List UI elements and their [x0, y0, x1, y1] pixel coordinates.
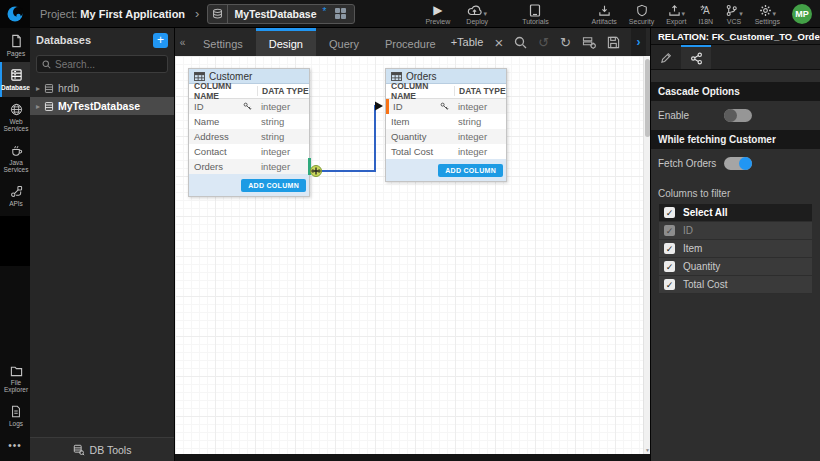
relation-drag-handle[interactable] — [311, 166, 322, 177]
table-row[interactable]: Contact integer — [189, 144, 309, 159]
table-row[interactable]: Quantity integer — [386, 129, 506, 144]
enable-toggle[interactable] — [724, 109, 752, 122]
project-name[interactable]: My First Application — [80, 8, 185, 20]
expand-panel-icon[interactable]: › — [631, 28, 646, 56]
tab-edit-column[interactable] — [651, 45, 681, 69]
security-button[interactable]: Security — [629, 3, 654, 25]
table-icon — [194, 72, 205, 81]
table-row-orders-fk-source[interactable]: Orders integer — [189, 159, 309, 174]
wavemaker-logo-icon — [6, 5, 24, 23]
db-tools-label: DB Tools — [90, 444, 132, 456]
vcs-button[interactable]: ▾ VCS — [725, 3, 743, 25]
checkbox[interactable] — [664, 207, 675, 218]
artifacts-button[interactable]: Artifacts — [592, 3, 617, 25]
chevron-down-icon: ▾ — [483, 10, 487, 17]
sidebar-item-pages[interactable]: Pages — [0, 28, 30, 62]
designer-tab-bar: « Settings Design Query Procedure +Table… — [175, 28, 650, 56]
tree-item-mytestdatabase[interactable]: ▸ MyTestDatabase — [30, 97, 174, 115]
option-id[interactable]: ID — [659, 222, 812, 240]
table-row[interactable]: Total Cost integer — [386, 144, 506, 159]
chevron-right-icon[interactable]: ▸ — [36, 84, 40, 93]
top-bar: Project: My First Application › MyTestDa… — [0, 0, 820, 28]
tab-relation[interactable] — [681, 45, 711, 69]
add-column-button[interactable]: ADD COLUMN — [438, 164, 503, 177]
grid-view-icon[interactable] — [330, 4, 350, 24]
add-column-button[interactable]: ADD COLUMN — [241, 179, 306, 192]
databases-panel: Databases + ▸ hrdb ▸ MyTestDatabase — [30, 28, 175, 461]
schema-canvas[interactable]: Customer COLUMN NAME DATA TYPE ID intege… — [175, 56, 650, 454]
checkbox[interactable] — [664, 279, 675, 290]
table-footer: ADD COLUMN — [189, 174, 309, 196]
project-label: Project: — [40, 8, 77, 20]
sidebar-item-databases[interactable]: Databases — [0, 62, 30, 96]
table-name: Customer — [209, 71, 252, 82]
chevron-right-icon[interactable]: ▸ — [36, 102, 40, 111]
database-search[interactable] — [36, 55, 168, 73]
sidebar-item-apis[interactable]: APIs — [0, 179, 30, 212]
fetch-orders-label: Fetch Orders — [658, 158, 724, 169]
pencil-icon — [660, 52, 672, 64]
deploy-button[interactable]: ▾ Deploy — [466, 3, 488, 25]
preview-button[interactable]: ▶ Preview — [425, 3, 450, 25]
fetch-orders-toggle[interactable] — [724, 157, 752, 170]
sidebar-item-java-services[interactable]: Java Services — [0, 138, 30, 179]
coffee-icon — [10, 144, 23, 157]
key-icon — [440, 102, 449, 111]
option-item[interactable]: Item — [659, 240, 812, 258]
enable-row: Enable — [651, 101, 820, 130]
tab-design[interactable]: Design — [256, 28, 316, 56]
entity-table-orders[interactable]: Orders COLUMN NAME DATA TYPE ID integer … — [385, 68, 507, 182]
databases-panel-header: Databases + — [30, 28, 174, 52]
sidebar-item-file-explorer[interactable]: File Explorer — [0, 359, 30, 399]
delete-icon[interactable]: × — [494, 35, 503, 50]
add-table-button[interactable]: +Table — [451, 36, 484, 48]
tutorials-button[interactable]: Tutorials — [522, 3, 549, 25]
redo-icon[interactable]: ↻ — [560, 36, 571, 49]
entity-table-customer[interactable]: Customer COLUMN NAME DATA TYPE ID intege… — [188, 68, 310, 197]
table-row[interactable]: Name string — [189, 114, 309, 129]
canvas-bottom-strip — [175, 454, 650, 461]
option-select-all[interactable]: Select All — [659, 204, 812, 222]
database-icon — [10, 68, 23, 82]
option-quantity[interactable]: Quantity — [659, 258, 812, 276]
table-row[interactable]: Item string — [386, 114, 506, 129]
database-icon — [44, 83, 54, 94]
db-tools-button[interactable]: DB Tools — [30, 437, 174, 461]
relation-anchor-bar[interactable] — [308, 158, 311, 175]
export-button[interactable]: ▾ Export — [666, 3, 686, 25]
table-row-id-fk-target[interactable]: ID integer — [386, 99, 506, 114]
update-database-icon[interactable] — [582, 36, 596, 49]
tab-query[interactable]: Query — [316, 28, 372, 56]
checkbox[interactable] — [664, 261, 675, 272]
more-options-icon[interactable]: ••• — [0, 432, 30, 461]
tab-procedure[interactable]: Procedure — [372, 28, 449, 56]
collapse-panel-icon[interactable]: « — [175, 28, 190, 56]
i18n-button[interactable]: A I18N — [698, 3, 713, 25]
option-total-cost[interactable]: Total Cost — [659, 276, 812, 294]
tab-settings[interactable]: Settings — [190, 28, 256, 56]
tree-item-hrdb[interactable]: ▸ hrdb — [30, 79, 174, 97]
tree-item-label: hrdb — [58, 82, 79, 94]
add-database-button[interactable]: + — [153, 33, 168, 48]
cascade-options-header: Cascade Options — [651, 82, 820, 101]
table-row[interactable]: Address string — [189, 129, 309, 144]
zoom-search-icon[interactable] — [514, 36, 527, 49]
settings-button[interactable]: ▾ Settings — [755, 3, 780, 25]
chevron-down-icon: ▾ — [682, 10, 686, 17]
sidebar-item-web-services[interactable]: Web Services — [0, 97, 30, 138]
table-footer: ADD COLUMN — [386, 159, 506, 181]
save-icon[interactable] — [607, 36, 620, 49]
download-tray-icon — [598, 4, 611, 17]
database-icon — [44, 101, 54, 112]
undo-icon[interactable]: ↺ — [538, 36, 549, 49]
canvas-vertical-scrollbar[interactable]: ▼ — [643, 56, 650, 454]
wavemaker-logo[interactable] — [0, 0, 30, 28]
sidebar-item-logs[interactable]: Logs — [0, 399, 30, 432]
document-tab-mytestdatabase[interactable]: MyTestDatabase * — [207, 4, 355, 24]
column-header-row: COLUMN NAME DATA TYPE — [189, 84, 309, 99]
columns-to-filter-label: Columns to filter — [651, 178, 820, 204]
table-row[interactable]: ID integer — [189, 99, 309, 114]
user-avatar[interactable]: MP — [792, 4, 812, 24]
search-input[interactable] — [55, 59, 162, 70]
checkbox[interactable] — [664, 243, 675, 254]
